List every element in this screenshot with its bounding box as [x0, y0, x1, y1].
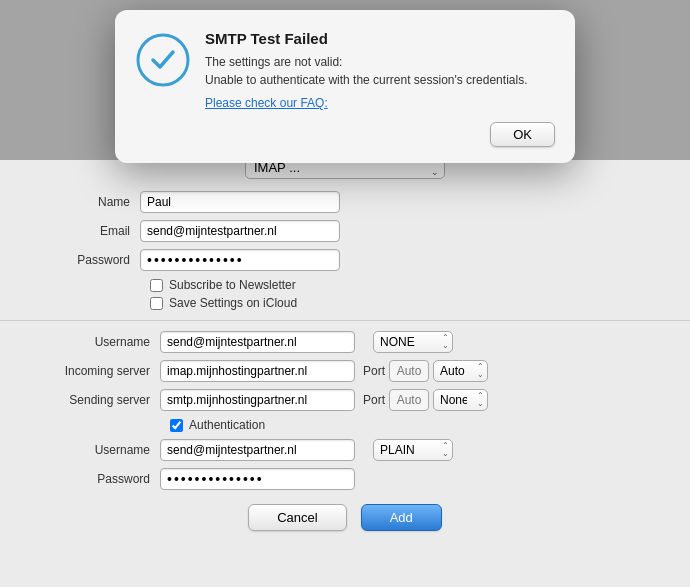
modal-body: The settings are not valid: Unable to au…: [205, 53, 555, 89]
adv-username-label: Username: [20, 335, 160, 349]
none-select-wrapper: NONE SSL TLS: [373, 331, 453, 353]
main-form: IMAP ... POP ... Exchange Name Email Pas…: [0, 140, 690, 587]
cancel-button[interactable]: Cancel: [248, 504, 346, 531]
auth-row: Authentication: [170, 418, 670, 432]
plain-select-wrapper-outer: PLAIN MD5 LOGIN: [373, 439, 453, 461]
faq-link[interactable]: Please check our FAQ:: [205, 96, 328, 110]
sending-port-group: Port None 465 587: [363, 389, 488, 411]
modal-title: SMTP Test Failed: [205, 30, 555, 47]
incoming-server-input[interactable]: [160, 360, 355, 382]
adv-password-row: Password: [20, 468, 670, 490]
auth-label: Authentication: [189, 418, 265, 432]
adv-password-input[interactable]: [160, 468, 355, 490]
sending-port-input[interactable]: [389, 389, 429, 411]
save-settings-label: Save Settings on iCloud: [169, 296, 297, 310]
password-label: Password: [20, 253, 140, 267]
save-settings-row: Save Settings on iCloud: [150, 296, 670, 310]
basic-form-section: Name Email Password Subscribe to Newslet…: [0, 191, 690, 310]
incoming-server-row: Incoming server Port Auto 993 143: [20, 360, 670, 382]
modal-body-line1: The settings are not valid:: [205, 55, 342, 69]
save-settings-checkbox[interactable]: [150, 297, 163, 310]
incoming-port-select[interactable]: Auto 993 143: [433, 360, 488, 382]
adv-username-input[interactable]: [160, 331, 355, 353]
sending-port-select[interactable]: None 465 587: [433, 389, 488, 411]
adv-username2-label: Username: [20, 443, 160, 457]
modal-overlay: SMTP Test Failed The settings are not va…: [0, 0, 690, 160]
name-input[interactable]: [140, 191, 340, 213]
port-label-incoming: Port: [363, 364, 385, 378]
port-label-sending: Port: [363, 393, 385, 407]
none-select-wrapper-outer: NONE SSL TLS: [373, 331, 453, 353]
modal-body-line2: Unable to authenticate with the current …: [205, 73, 527, 87]
subscribe-label: Subscribe to Newsletter: [169, 278, 296, 292]
incoming-port-select-wrapper: Auto 993 143: [433, 360, 488, 382]
password-row: Password: [20, 249, 670, 271]
incoming-port-group: Port Auto 993 143: [363, 360, 488, 382]
add-button[interactable]: Add: [361, 504, 442, 531]
modal-dialog: SMTP Test Failed The settings are not va…: [115, 10, 575, 163]
svg-point-0: [138, 35, 188, 85]
email-label: Email: [20, 224, 140, 238]
sending-server-input[interactable]: [160, 389, 355, 411]
plain-select[interactable]: PLAIN MD5 LOGIN: [373, 439, 453, 461]
email-input[interactable]: [140, 220, 340, 242]
adv-username2-input[interactable]: [160, 439, 355, 461]
incoming-port-input[interactable]: [389, 360, 429, 382]
name-label: Name: [20, 195, 140, 209]
subscribe-row: Subscribe to Newsletter: [150, 278, 670, 292]
adv-username2-row: Username PLAIN MD5 LOGIN: [20, 439, 670, 461]
ok-button[interactable]: OK: [490, 122, 555, 147]
email-row: Email: [20, 220, 670, 242]
advanced-form-section: Username NONE SSL TLS Incoming server Po…: [0, 331, 690, 490]
sending-label: Sending server: [20, 393, 160, 407]
smtp-failed-icon: [135, 32, 191, 88]
adv-password-label: Password: [20, 472, 160, 486]
sending-server-row: Sending server Port None 465 587: [20, 389, 670, 411]
bottom-buttons: Cancel Add: [0, 504, 690, 541]
none-select[interactable]: NONE SSL TLS: [373, 331, 453, 353]
adv-username-row: Username NONE SSL TLS: [20, 331, 670, 353]
name-row: Name: [20, 191, 670, 213]
plain-select-wrapper: PLAIN MD5 LOGIN: [373, 439, 453, 461]
auth-checkbox[interactable]: [170, 419, 183, 432]
form-divider: [0, 320, 690, 321]
incoming-label: Incoming server: [20, 364, 160, 378]
modal-text-area: SMTP Test Failed The settings are not va…: [205, 30, 555, 110]
subscribe-checkbox[interactable]: [150, 279, 163, 292]
sending-port-select-wrapper: None 465 587: [433, 389, 488, 411]
password-input[interactable]: [140, 249, 340, 271]
